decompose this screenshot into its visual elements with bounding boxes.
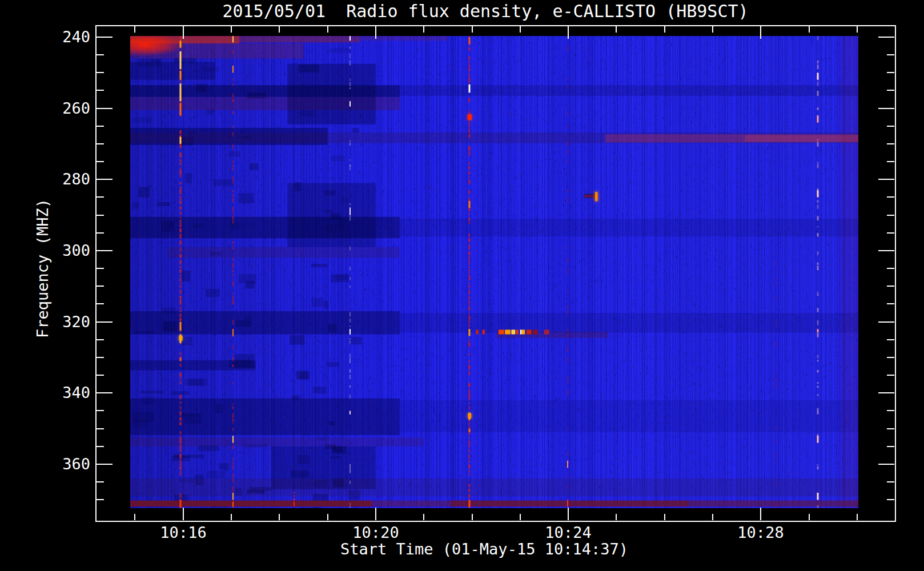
tick-mark [97,72,104,73]
y-tick-label: 360 [0,456,90,473]
tick-mark [664,514,665,520]
tick-mark [97,321,113,323]
tick-mark [97,250,113,251]
tick-mark [97,464,113,465]
x-tick-label: 10:24 [528,524,608,541]
tick-mark [568,508,569,520]
tick-mark [809,514,810,520]
x-tick-label: 10:16 [143,524,223,541]
tick-mark [809,26,810,33]
tick-mark [97,196,104,198]
tick-mark [423,26,424,33]
tick-mark [887,143,894,144]
tick-mark [887,446,894,447]
tick-mark [97,54,104,55]
tick-mark [97,410,104,411]
tick-mark [97,268,104,269]
y-tick-label: 260 [0,100,90,117]
tick-mark [878,392,894,393]
tick-mark [878,464,894,465]
tick-mark [760,508,761,520]
y-axis-title: Frequency (MHZ) [34,183,51,354]
tick-mark [97,232,104,234]
tick-mark [887,232,894,234]
tick-mark [97,339,104,340]
tick-mark [97,37,113,38]
tick-mark [568,26,569,39]
tick-mark [616,514,617,520]
tick-mark [327,26,328,33]
tick-mark [472,26,473,33]
tick-mark [887,161,894,162]
y-tick-label: 240 [0,29,90,46]
tick-mark [887,428,894,429]
spectrogram-canvas [130,36,858,508]
tick-mark [887,375,894,376]
tick-mark [231,26,232,33]
tick-mark [664,26,665,33]
y-tick-label: 340 [0,384,90,401]
tick-mark [97,215,104,216]
tick-mark [887,196,894,198]
tick-mark [423,514,424,520]
tick-mark [887,339,894,340]
tick-mark [375,508,376,520]
tick-mark [97,428,104,429]
x-tick-label: 10:20 [336,524,416,541]
tick-mark [887,286,894,287]
tick-mark [712,26,713,33]
tick-mark [887,215,894,216]
tick-mark [878,37,894,38]
tick-mark [520,26,521,33]
x-axis-title: Start Time (01-May-15 10:14:37) [85,541,884,558]
tick-mark [279,514,280,520]
tick-mark [878,250,894,251]
tick-mark [97,179,113,180]
tick-mark [887,126,894,127]
tick-mark [134,514,135,520]
tick-mark [97,161,104,162]
tick-mark [97,108,113,109]
tick-mark [857,26,858,33]
tick-mark [97,375,104,376]
tick-mark [887,72,894,73]
tick-mark [887,357,894,358]
tick-mark [97,286,104,287]
page-title: 2015/05/01 Radio flux density, e-CALLIST… [86,1,885,22]
tick-mark [279,26,280,33]
tick-mark [97,357,104,358]
tick-mark [97,143,104,144]
tick-mark [97,392,113,393]
spectrogram-page: 2015/05/01 Radio flux density, e-CALLIST… [0,0,924,571]
tick-mark [97,126,104,127]
tick-mark [327,514,328,520]
tick-mark [375,26,376,39]
tick-mark [887,410,894,411]
tick-mark [97,303,104,304]
x-tick-label: 10:28 [721,524,801,541]
tick-mark [520,514,521,520]
tick-mark [760,26,761,39]
tick-mark [878,179,894,180]
tick-mark [857,514,858,520]
tick-mark [887,499,894,500]
tick-mark [97,90,104,91]
tick-mark [183,26,184,39]
tick-mark [887,54,894,55]
tick-mark [97,499,104,500]
tick-mark [472,514,473,520]
tick-mark [616,26,617,33]
tick-mark [97,481,104,482]
tick-mark [183,508,184,520]
tick-mark [887,481,894,482]
tick-mark [887,90,894,91]
tick-mark [878,321,894,323]
tick-mark [134,26,135,33]
tick-mark [712,514,713,520]
tick-mark [887,303,894,304]
tick-mark [887,268,894,269]
tick-mark [97,446,104,447]
tick-mark [878,108,894,109]
tick-mark [231,514,232,520]
